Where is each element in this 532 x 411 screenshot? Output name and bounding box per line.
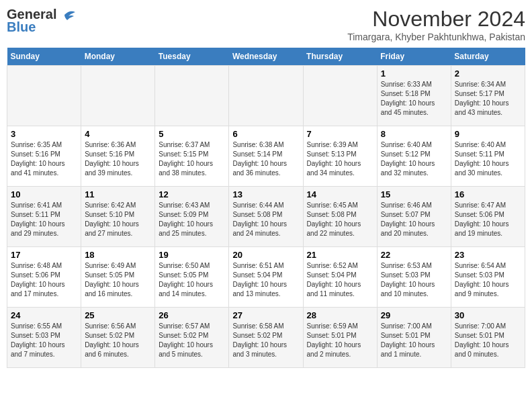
page-header: General Blue November 2024 Timargara, Kh… xyxy=(7,7,525,42)
day-number: 23 xyxy=(455,250,521,260)
day-number: 11 xyxy=(85,189,151,199)
day-info-text: Sunrise: 7:00 AM Sunset: 5:01 PM Dayligh… xyxy=(381,322,447,359)
calendar-day-cell: 2Sunrise: 6:34 AM Sunset: 5:17 PM Daylig… xyxy=(451,66,525,126)
calendar-day-cell: 9Sunrise: 6:40 AM Sunset: 5:11 PM Daylig… xyxy=(451,126,525,187)
day-number: 6 xyxy=(232,129,299,139)
day-info-text: Sunrise: 6:37 AM Sunset: 5:15 PM Dayligh… xyxy=(159,140,225,178)
day-of-week-header: Saturday xyxy=(451,48,525,66)
calendar-day-cell: 16Sunrise: 6:47 AM Sunset: 5:06 PM Dayli… xyxy=(451,187,525,247)
day-info-text: Sunrise: 6:59 AM Sunset: 5:01 PM Dayligh… xyxy=(307,322,373,359)
day-number: 7 xyxy=(307,129,373,139)
day-info-text: Sunrise: 6:43 AM Sunset: 5:09 PM Dayligh… xyxy=(159,201,225,238)
day-number: 14 xyxy=(307,189,373,199)
calendar-day-cell xyxy=(7,66,81,126)
day-of-week-header: Thursday xyxy=(303,48,377,66)
calendar-day-cell: 3Sunrise: 6:35 AM Sunset: 5:16 PM Daylig… xyxy=(7,126,81,187)
day-info-text: Sunrise: 6:46 AM Sunset: 5:07 PM Dayligh… xyxy=(381,201,447,238)
day-number: 30 xyxy=(455,310,521,320)
day-info-text: Sunrise: 6:40 AM Sunset: 5:12 PM Dayligh… xyxy=(381,140,447,178)
calendar-day-cell xyxy=(155,66,229,126)
calendar-day-cell: 8Sunrise: 6:40 AM Sunset: 5:12 PM Daylig… xyxy=(377,126,451,187)
day-info-text: Sunrise: 6:57 AM Sunset: 5:02 PM Dayligh… xyxy=(159,322,225,359)
day-number: 21 xyxy=(307,250,373,260)
calendar-table: SundayMondayTuesdayWednesdayThursdayFrid… xyxy=(7,48,525,368)
day-number: 1 xyxy=(381,68,447,79)
calendar-day-cell: 14Sunrise: 6:45 AM Sunset: 5:08 PM Dayli… xyxy=(303,187,377,247)
day-info-text: Sunrise: 6:34 AM Sunset: 5:17 PM Dayligh… xyxy=(455,80,521,118)
day-number: 19 xyxy=(159,250,225,260)
calendar-day-cell: 20Sunrise: 6:51 AM Sunset: 5:04 PM Dayli… xyxy=(229,247,303,308)
day-of-week-header: Monday xyxy=(81,48,155,66)
day-info-text: Sunrise: 6:52 AM Sunset: 5:04 PM Dayligh… xyxy=(307,261,373,299)
day-number: 15 xyxy=(381,189,447,199)
day-info-text: Sunrise: 6:33 AM Sunset: 5:18 PM Dayligh… xyxy=(381,80,447,118)
calendar-week-row: 1Sunrise: 6:33 AM Sunset: 5:18 PM Daylig… xyxy=(7,66,525,126)
title-section: November 2024 Timargara, Khyber Pakhtunk… xyxy=(347,7,525,42)
day-info-text: Sunrise: 6:56 AM Sunset: 5:02 PM Dayligh… xyxy=(85,322,151,359)
day-number: 24 xyxy=(11,310,77,320)
day-info-text: Sunrise: 6:47 AM Sunset: 5:06 PM Dayligh… xyxy=(455,201,521,238)
day-info-text: Sunrise: 6:41 AM Sunset: 5:11 PM Dayligh… xyxy=(11,201,77,238)
calendar-week-row: 10Sunrise: 6:41 AM Sunset: 5:11 PM Dayli… xyxy=(7,187,525,247)
day-info-text: Sunrise: 6:35 AM Sunset: 5:16 PM Dayligh… xyxy=(11,140,77,178)
calendar-day-cell: 15Sunrise: 6:46 AM Sunset: 5:07 PM Dayli… xyxy=(377,187,451,247)
day-info-text: Sunrise: 6:36 AM Sunset: 5:16 PM Dayligh… xyxy=(85,140,151,178)
calendar-header-row: SundayMondayTuesdayWednesdayThursdayFrid… xyxy=(7,48,525,66)
calendar-day-cell: 12Sunrise: 6:43 AM Sunset: 5:09 PM Dayli… xyxy=(155,187,229,247)
day-number: 25 xyxy=(85,310,151,320)
day-number: 29 xyxy=(381,310,447,320)
calendar-day-cell: 23Sunrise: 6:54 AM Sunset: 5:03 PM Dayli… xyxy=(451,247,525,308)
calendar-day-cell: 19Sunrise: 6:50 AM Sunset: 5:05 PM Dayli… xyxy=(155,247,229,308)
day-number: 16 xyxy=(455,189,521,199)
calendar-week-row: 24Sunrise: 6:55 AM Sunset: 5:03 PM Dayli… xyxy=(7,308,525,368)
month-year-title: November 2024 xyxy=(347,7,525,32)
calendar-day-cell: 27Sunrise: 6:58 AM Sunset: 5:02 PM Dayli… xyxy=(229,308,303,368)
day-info-text: Sunrise: 6:44 AM Sunset: 5:08 PM Dayligh… xyxy=(232,201,299,238)
calendar-day-cell xyxy=(81,66,155,126)
day-number: 18 xyxy=(85,250,151,260)
day-info-text: Sunrise: 6:55 AM Sunset: 5:03 PM Dayligh… xyxy=(11,322,77,359)
calendar-day-cell: 1Sunrise: 6:33 AM Sunset: 5:18 PM Daylig… xyxy=(377,66,451,126)
calendar-day-cell: 7Sunrise: 6:39 AM Sunset: 5:13 PM Daylig… xyxy=(303,126,377,187)
calendar-day-cell: 30Sunrise: 7:00 AM Sunset: 5:01 PM Dayli… xyxy=(451,308,525,368)
day-number: 9 xyxy=(455,129,521,139)
calendar-day-cell: 21Sunrise: 6:52 AM Sunset: 5:04 PM Dayli… xyxy=(303,247,377,308)
day-info-text: Sunrise: 6:38 AM Sunset: 5:14 PM Dayligh… xyxy=(232,140,299,178)
day-number: 5 xyxy=(159,129,225,139)
calendar-day-cell: 25Sunrise: 6:56 AM Sunset: 5:02 PM Dayli… xyxy=(81,308,155,368)
calendar-day-cell: 18Sunrise: 6:49 AM Sunset: 5:05 PM Dayli… xyxy=(81,247,155,308)
calendar-week-row: 17Sunrise: 6:48 AM Sunset: 5:06 PM Dayli… xyxy=(7,247,525,308)
day-number: 3 xyxy=(11,129,77,139)
day-number: 12 xyxy=(159,189,225,199)
day-info-text: Sunrise: 6:49 AM Sunset: 5:05 PM Dayligh… xyxy=(85,261,151,299)
calendar-day-cell: 26Sunrise: 6:57 AM Sunset: 5:02 PM Dayli… xyxy=(155,308,229,368)
calendar-day-cell: 13Sunrise: 6:44 AM Sunset: 5:08 PM Dayli… xyxy=(229,187,303,247)
day-of-week-header: Sunday xyxy=(7,48,81,66)
day-info-text: Sunrise: 6:54 AM Sunset: 5:03 PM Dayligh… xyxy=(455,261,521,299)
day-of-week-header: Wednesday xyxy=(229,48,303,66)
calendar-day-cell: 4Sunrise: 6:36 AM Sunset: 5:16 PM Daylig… xyxy=(81,126,155,187)
day-info-text: Sunrise: 6:45 AM Sunset: 5:08 PM Dayligh… xyxy=(307,201,373,238)
logo: General Blue xyxy=(7,7,77,35)
day-number: 4 xyxy=(85,129,151,139)
day-info-text: Sunrise: 6:40 AM Sunset: 5:11 PM Dayligh… xyxy=(455,140,521,178)
calendar-day-cell: 22Sunrise: 6:53 AM Sunset: 5:03 PM Dayli… xyxy=(377,247,451,308)
logo-blue-text: Blue xyxy=(7,19,36,35)
day-number: 2 xyxy=(455,68,521,79)
day-info-text: Sunrise: 6:48 AM Sunset: 5:06 PM Dayligh… xyxy=(11,261,77,299)
calendar-day-cell: 24Sunrise: 6:55 AM Sunset: 5:03 PM Dayli… xyxy=(7,308,81,368)
calendar-day-cell: 6Sunrise: 6:38 AM Sunset: 5:14 PM Daylig… xyxy=(229,126,303,187)
day-info-text: Sunrise: 6:50 AM Sunset: 5:05 PM Dayligh… xyxy=(159,261,225,299)
day-info-text: Sunrise: 7:00 AM Sunset: 5:01 PM Dayligh… xyxy=(455,322,521,359)
day-info-text: Sunrise: 6:51 AM Sunset: 5:04 PM Dayligh… xyxy=(232,261,299,299)
day-number: 17 xyxy=(11,250,77,260)
calendar-day-cell: 10Sunrise: 6:41 AM Sunset: 5:11 PM Dayli… xyxy=(7,187,81,247)
calendar-day-cell: 28Sunrise: 6:59 AM Sunset: 5:01 PM Dayli… xyxy=(303,308,377,368)
logo-bird-icon xyxy=(58,8,77,21)
calendar-week-row: 3Sunrise: 6:35 AM Sunset: 5:16 PM Daylig… xyxy=(7,126,525,187)
day-info-text: Sunrise: 6:39 AM Sunset: 5:13 PM Dayligh… xyxy=(307,140,373,178)
day-number: 13 xyxy=(232,189,299,199)
day-info-text: Sunrise: 6:53 AM Sunset: 5:03 PM Dayligh… xyxy=(381,261,447,299)
day-number: 22 xyxy=(381,250,447,260)
day-number: 26 xyxy=(159,310,225,320)
